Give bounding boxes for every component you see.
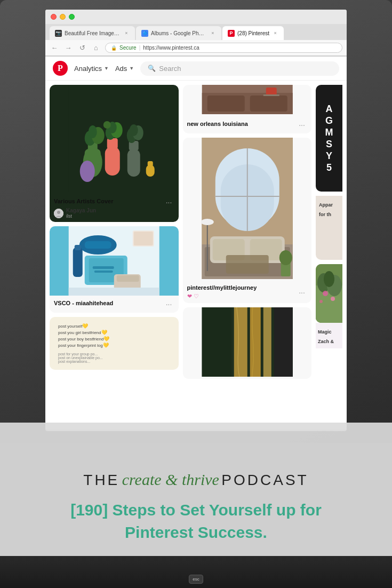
search-bar[interactable]: 🔍 Search	[140, 61, 339, 76]
pin-column-2: new orleans louisiana ···	[183, 85, 312, 425]
podcast-the: THE	[83, 472, 119, 488]
svg-rect-37	[69, 288, 159, 296]
svg-rect-8	[107, 138, 118, 149]
svg-rect-7	[105, 146, 120, 176]
analytics-nav[interactable]: Analytics ▼	[74, 65, 109, 73]
post-text-block: post yourself💛 post you girl bestfriend💛…	[55, 321, 173, 350]
tab-photos[interactable]: 🔷 Albums - Google Photos ×	[136, 26, 221, 40]
browser-chrome: 📷 Beautiful Free Images & Pictur... × 🔷 …	[45, 10, 347, 57]
neworleans-info: new orleans louisiana ···	[183, 116, 312, 133]
url-text: https://www.pinterest.ca	[143, 45, 199, 51]
svg-rect-34	[75, 245, 81, 250]
secure-icon: 🔒	[111, 45, 117, 51]
tab-pinterest-title: (28) Pinterest	[237, 30, 269, 36]
artwork-user: Kagaya Jun ilst	[54, 208, 174, 219]
pin-marble[interactable]	[183, 307, 312, 379]
svg-point-58	[201, 219, 213, 225]
podcast-header-line: THE create & thrive PODCAST	[83, 467, 308, 492]
browser-screen: 📷 Beautiful Free Images & Pictur... × 🔷 …	[45, 10, 347, 431]
svg-point-12	[103, 121, 111, 129]
neworleans-caption: new orleans louisiana	[187, 121, 248, 127]
tab-photos-favicon: 🔷	[141, 30, 148, 37]
post-more-line-1: post for your group po...	[58, 352, 170, 356]
svg-rect-36	[134, 232, 153, 245]
back-button[interactable]: ←	[50, 43, 59, 53]
tab-photos-close[interactable]: ×	[210, 30, 216, 36]
post-more-line-2: post on unexplainable po...	[58, 356, 170, 360]
svg-point-74	[331, 297, 335, 301]
secure-label: Secure	[119, 45, 137, 51]
marble-image	[183, 307, 312, 377]
svg-rect-65	[263, 307, 271, 377]
col3-typography: A G M S Y 5	[316, 85, 342, 192]
livingroom-more[interactable]: ···	[297, 287, 307, 298]
col3-letter-g: G	[325, 116, 333, 125]
post-line-4: post your fingerprint log💛	[58, 343, 170, 348]
col3-letter-5: 5	[326, 163, 332, 172]
col3-garden-card[interactable]	[316, 264, 342, 323]
url-bar[interactable]: 🔒 Secure | https://www.pinterest.ca	[105, 43, 342, 53]
vsco-info-row: VSCO - miaahitehead ···	[54, 299, 174, 309]
tab-photos-title: Albums - Google Photos	[151, 30, 207, 36]
col3-letter-m: M	[325, 128, 333, 137]
tab-unsplash-title: Beautiful Free Images & Pictur...	[65, 30, 121, 36]
neworleans-row: new orleans louisiana ···	[187, 120, 308, 130]
home-button[interactable]: ⌂	[91, 43, 101, 53]
vsco-more-button[interactable]: ···	[164, 299, 174, 309]
livingroom-row: pinterest//mylittlejourney ❤ ♡ ···	[187, 284, 308, 300]
svg-rect-43	[263, 94, 279, 96]
tab-pinterest[interactable]: P (28) Pinterest ×	[222, 26, 284, 40]
tab-unsplash[interactable]: 📷 Beautiful Free Images & Pictur... ×	[50, 26, 135, 40]
vsco-title: VSCO - miaahitehead	[54, 300, 113, 306]
artwork-more-button[interactable]: ···	[164, 197, 174, 208]
search-icon: 🔍	[148, 65, 156, 72]
svg-point-23	[57, 211, 60, 214]
tab-pinterest-close[interactable]: ×	[272, 30, 278, 36]
svg-rect-30	[94, 271, 113, 273]
pinterest-app-bar: P Analytics ▼ Ads ▼ 🔍 Search	[45, 57, 347, 81]
pin-column-3-partial: A G M S Y 5 Appar for th	[316, 85, 342, 425]
artwork-title: Various Artists Cover	[54, 198, 113, 204]
vsco-pin-info: VSCO - miaahitehead ···	[50, 296, 179, 313]
svg-rect-64	[250, 307, 260, 377]
title-bar	[45, 10, 347, 24]
pin-neworleans[interactable]: new orleans louisiana ···	[183, 85, 312, 133]
minimize-button[interactable]	[60, 14, 66, 20]
pin-artwork[interactable]: Various Artists Cover ··· Kagaya Jun ils…	[50, 85, 179, 222]
svg-rect-41	[250, 96, 287, 112]
svg-point-72	[324, 271, 334, 287]
forward-button[interactable]: →	[63, 43, 73, 53]
pinterest-logo[interactable]: P	[53, 61, 68, 76]
svg-rect-63	[234, 307, 247, 377]
col3-apparel-text: Appar for th	[319, 202, 333, 217]
artwork-info-row: Various Artists Cover ···	[54, 197, 174, 208]
neworleans-more[interactable]: ···	[297, 120, 307, 130]
svg-rect-67	[274, 307, 292, 377]
tab-unsplash-close[interactable]: ×	[123, 30, 130, 36]
podcast-subtitle: [190] Steps to Set Yourself up for Pinte…	[70, 499, 322, 544]
post-more-lines: post for your group po... post on unexpl…	[55, 350, 173, 365]
esc-key[interactable]: esc	[189, 575, 203, 584]
ads-nav[interactable]: Ads ▼	[115, 65, 134, 73]
livingroom-image	[183, 138, 312, 279]
col3-apparel-card[interactable]: Appar for th	[316, 196, 342, 260]
refresh-button[interactable]: ↺	[77, 43, 87, 53]
col3-magic-card[interactable]: Magic Zach &	[316, 323, 342, 348]
col3-garden-svg	[316, 264, 342, 323]
pin-post[interactable]: post yourself💛 post you girl bestfriend💛…	[50, 317, 179, 370]
col3-magic-text: Magic Zach &	[318, 329, 334, 344]
col3-letter-s: S	[326, 139, 332, 149]
close-button[interactable]	[51, 14, 57, 20]
artwork-pin-info: Various Artists Cover ··· Kagaya Jun ils…	[50, 194, 179, 222]
analytics-chevron: ▼	[104, 66, 109, 71]
tab-pinterest-favicon: P	[228, 30, 235, 37]
maximize-button[interactable]	[69, 14, 75, 20]
search-placeholder: Search	[159, 65, 181, 73]
svg-rect-21	[82, 164, 93, 173]
tabs-bar: 📷 Beautiful Free Images & Pictur... × 🔷 …	[45, 24, 347, 40]
pin-vsco[interactable]: VSCO - miaahitehead ···	[50, 226, 179, 313]
podcast-subtitle-line2: Pinterest Success.	[125, 523, 267, 541]
podcast-subtitle-block: [190] Steps to Set Yourself up for Pinte…	[70, 499, 322, 544]
svg-point-60	[279, 250, 292, 265]
pin-livingroom[interactable]: pinterest//mylittlejourney ❤ ♡ ···	[183, 138, 312, 303]
